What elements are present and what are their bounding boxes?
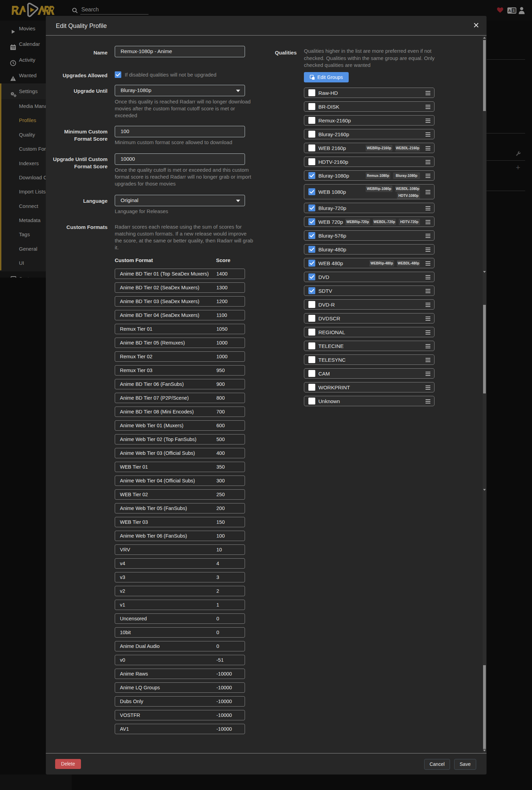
- svg-text:文: 文: [512, 9, 515, 12]
- svg-text:A: A: [508, 9, 511, 13]
